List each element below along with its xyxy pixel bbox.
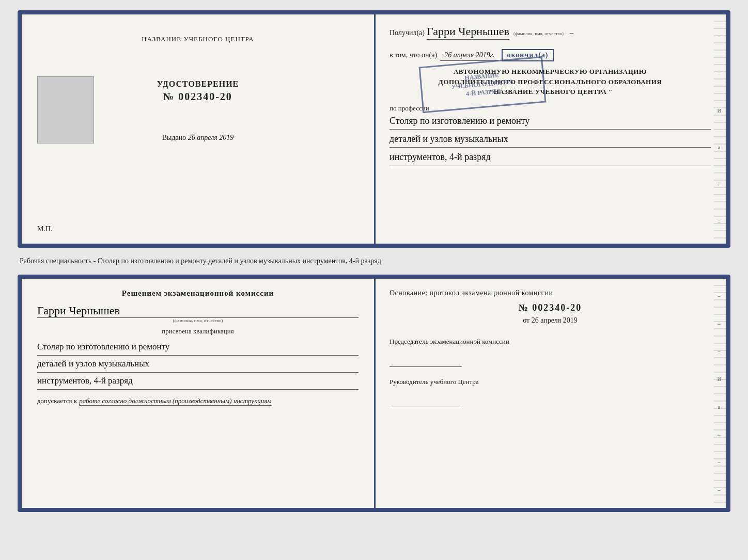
right-page-top: Получил(а) Гарри Чернышев (фамилия, имя,… [374, 14, 726, 244]
org-block: АВТОНОМНУЮ НЕКОММЕРЧЕСКУЮ ОРГАНИЗАЦИЮ ДО… [389, 67, 711, 97]
predsedatel-label: Председатель экзаменационной комиссии [389, 338, 509, 345]
specialty-label: Рабочая специальность - Столяр по изгото… [18, 256, 730, 266]
left-page-bottom: Решением экзаменационной комиссии Гарри … [22, 279, 374, 508]
vydano-label: Выдано [162, 134, 186, 141]
rukovoditel-sign-line [389, 397, 462, 407]
vtom-label: в том, что он(а) [389, 51, 437, 59]
profession-line1: Столяр по изготовлению и ремонту [389, 113, 711, 130]
page-divider-bottom [374, 279, 376, 508]
bottom-document: Решением экзаменационной комиссии Гарри … [18, 275, 730, 512]
qualification-block: Столяр по изготовлению и ремонту деталей… [37, 339, 359, 390]
dopuskaetsya-block: допускается к работе согласно должностны… [37, 397, 359, 406]
predsedatel-block: Председатель экзаменационной комиссии [389, 337, 711, 367]
stamp-text: НАЗВАНИЕУЧЕБНОГО ЦЕНТРА4-й разряд [450, 70, 515, 99]
qual-line3: инструментов, 4-й разряд [37, 373, 359, 390]
left-page-top: НАЗВАНИЕ УЧЕБНОГО ЦЕНТРА УДОСТОВЕРЕНИЕ №… [22, 14, 374, 244]
school-name-top: НАЗВАНИЕ УЧЕБНОГО ЦЕНТРА [142, 35, 254, 43]
fio-hint-bottom: (фамилия, имя, отчество) [37, 318, 359, 323]
vtom-block: в том, что он(а) 26 апреля 2019г. окончи… [389, 42, 711, 97]
top-document: НАЗВАНИЕ УЧЕБНОГО ЦЕНТРА УДОСТОВЕРЕНИЕ №… [18, 10, 730, 248]
poluchil-label: Получил(а) [389, 29, 425, 37]
qual-line2: деталей и узлов музыкальных [37, 356, 359, 373]
photo-placeholder [37, 76, 94, 143]
predsedatel-sign-line [389, 357, 462, 367]
vydano-date: 26 апреля 2019 [188, 134, 233, 141]
qual-line1: Столяр по изготовлению и ремонту [37, 339, 359, 356]
profession-line3: инструментов, 4-й разряд [389, 149, 711, 166]
profession-block: Столяр по изготовлению и ремонту деталей… [389, 113, 711, 167]
rukovoditel-block: Руководитель учебного Центра [389, 377, 711, 407]
osnovanie-label: Основание: протокол экзаменационной коми… [389, 289, 711, 297]
ot-date-value: 26 апреля 2019 [532, 316, 578, 324]
vtom-date: 26 апреля 2019г. [440, 51, 498, 61]
side-deco-bottom-right: – – – И а ← – – [712, 279, 726, 508]
name-block-bottom: Гарри Чернышев (фамилия, имя, отчество) [37, 304, 359, 323]
dopusk-text: работе согласно должностным (производств… [79, 397, 271, 406]
mp-label: М.П. [37, 225, 53, 233]
prisvoena-label: присвоена квалификация [37, 327, 359, 335]
protocol-number: № 002340-20 [389, 302, 711, 313]
rukovoditel-label: Руководитель учебного Центра [389, 378, 479, 386]
ot-date: от 26 апреля 2019 [389, 316, 711, 325]
recipient-name-bottom: Гарри Чернышев [37, 304, 359, 317]
side-deco-top-right: – – И а ← – [712, 14, 726, 244]
udostoverenie-number: № 002340-20 [157, 91, 239, 103]
profession-line2: деталей и узлов музыкальных [389, 131, 711, 148]
dopuskaetsya-label: допускается к [37, 397, 77, 405]
udostoverenie-block: УДОСТОВЕРЕНИЕ № 002340-20 [157, 79, 239, 103]
udostoverenie-title: УДОСТОВЕРЕНИЕ [157, 79, 239, 89]
poluchil-line: Получил(а) Гарри Чернышев (фамилия, имя,… [389, 25, 711, 40]
right-page-bottom: Основание: протокол экзаменационной коми… [374, 279, 726, 508]
recipient-name: Гарри Чернышев [427, 25, 509, 40]
dash-top: – [570, 29, 573, 37]
ot-label: от [523, 316, 529, 324]
vydano-line: Выдано 26 апреля 2019 [162, 134, 234, 142]
vtom-line: в том, что он(а) 26 апреля 2019г. окончи… [389, 49, 711, 61]
fio-hint-top: (фамилия, имя, отчество) [513, 31, 564, 36]
resheniem-text: Решением экзаменационной комиссии [37, 289, 359, 298]
